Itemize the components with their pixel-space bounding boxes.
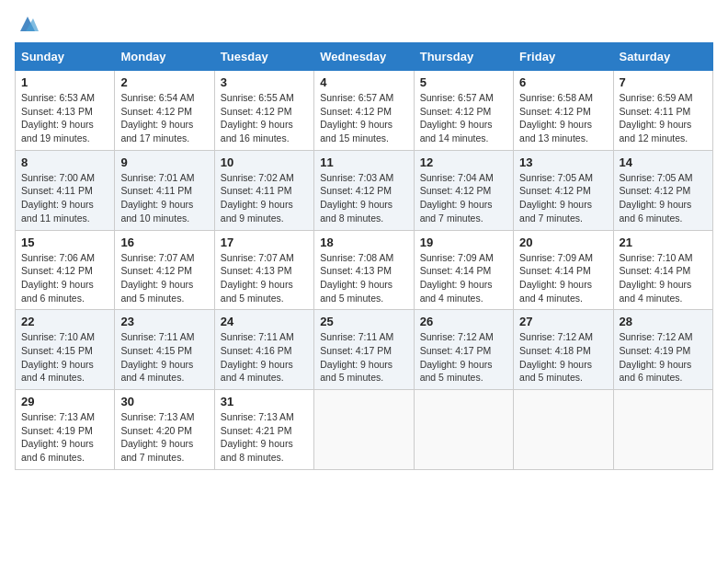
calendar-cell: 21 Sunrise: 7:10 AMSunset: 4:14 PMDaylig… (613, 230, 712, 310)
day-number: 28 (620, 315, 707, 328)
cell-content: Sunrise: 7:01 AMSunset: 4:11 PMDaylight:… (120, 172, 194, 224)
calendar-cell: 27 Sunrise: 7:12 AMSunset: 4:18 PMDaylig… (514, 310, 613, 390)
calendar-cell: 4 Sunrise: 6:57 AMSunset: 4:12 PMDayligh… (314, 71, 414, 151)
cell-content: Sunrise: 7:11 AMSunset: 4:15 PMDaylight:… (120, 331, 194, 383)
cell-content: Sunrise: 7:03 AMSunset: 4:12 PMDaylight:… (320, 172, 393, 224)
day-number: 19 (420, 236, 507, 249)
cell-content: Sunrise: 7:07 AMSunset: 4:13 PMDaylight:… (221, 252, 294, 304)
calendar-week-row: 15 Sunrise: 7:06 AMSunset: 4:12 PMDaylig… (16, 230, 713, 310)
logo (15, 15, 39, 33)
calendar-cell: 13 Sunrise: 7:05 AMSunset: 4:12 PMDaylig… (514, 150, 613, 230)
day-number: 7 (620, 75, 707, 89)
day-number: 26 (420, 315, 507, 328)
cell-content: Sunrise: 7:13 AMSunset: 4:21 PMDaylight:… (221, 411, 294, 463)
day-number: 18 (320, 236, 407, 249)
calendar-cell: 29 Sunrise: 7:13 AMSunset: 4:19 PMDaylig… (16, 390, 115, 470)
cell-content: Sunrise: 7:06 AMSunset: 4:12 PMDaylight:… (21, 252, 95, 304)
day-number: 15 (21, 236, 108, 249)
day-number: 3 (221, 75, 308, 89)
day-number: 29 (21, 395, 108, 408)
logo-icon (17, 15, 39, 33)
calendar-header-row: SundayMondayTuesdayWednesdayThursdayFrid… (16, 43, 713, 71)
day-number: 31 (221, 395, 308, 408)
cell-content: Sunrise: 6:57 AMSunset: 4:12 PMDaylight:… (320, 92, 393, 144)
cell-content: Sunrise: 7:08 AMSunset: 4:13 PMDaylight:… (320, 252, 393, 304)
day-number: 21 (620, 236, 707, 249)
calendar-cell: 28 Sunrise: 7:12 AMSunset: 4:19 PMDaylig… (613, 310, 712, 390)
calendar-cell: 20 Sunrise: 7:09 AMSunset: 4:14 PMDaylig… (514, 230, 613, 310)
header-monday: Monday (115, 43, 214, 71)
cell-content: Sunrise: 7:10 AMSunset: 4:15 PMDaylight:… (21, 331, 95, 383)
day-number: 14 (620, 155, 707, 169)
calendar-cell: 9 Sunrise: 7:01 AMSunset: 4:11 PMDayligh… (115, 150, 214, 230)
cell-content: Sunrise: 7:12 AMSunset: 4:18 PMDaylight:… (519, 331, 593, 383)
day-number: 20 (519, 236, 607, 249)
calendar-cell (514, 390, 613, 470)
day-number: 8 (21, 155, 108, 169)
day-number: 10 (221, 155, 308, 169)
calendar-cell: 8 Sunrise: 7:00 AMSunset: 4:11 PMDayligh… (16, 150, 115, 230)
day-number: 1 (21, 75, 108, 89)
header-sunday: Sunday (16, 43, 115, 71)
header-wednesday: Wednesday (314, 43, 414, 71)
cell-content: Sunrise: 7:12 AMSunset: 4:17 PMDaylight:… (420, 331, 494, 383)
calendar-cell: 25 Sunrise: 7:11 AMSunset: 4:17 PMDaylig… (314, 310, 414, 390)
cell-content: Sunrise: 7:11 AMSunset: 4:16 PMDaylight:… (221, 331, 294, 383)
calendar-cell: 1 Sunrise: 6:53 AMSunset: 4:13 PMDayligh… (16, 71, 115, 151)
cell-content: Sunrise: 7:12 AMSunset: 4:19 PMDaylight:… (620, 331, 693, 383)
calendar-table: SundayMondayTuesdayWednesdayThursdayFrid… (15, 42, 713, 470)
day-number: 17 (221, 236, 308, 249)
cell-content: Sunrise: 7:10 AMSunset: 4:14 PMDaylight:… (620, 252, 693, 304)
day-number: 4 (320, 75, 407, 89)
calendar-week-row: 1 Sunrise: 6:53 AMSunset: 4:13 PMDayligh… (16, 71, 713, 151)
calendar-week-row: 8 Sunrise: 7:00 AMSunset: 4:11 PMDayligh… (16, 150, 713, 230)
day-number: 30 (120, 395, 208, 408)
header-friday: Friday (514, 43, 613, 71)
cell-content: Sunrise: 6:53 AMSunset: 4:13 PMDaylight:… (21, 92, 95, 144)
calendar-cell: 15 Sunrise: 7:06 AMSunset: 4:12 PMDaylig… (16, 230, 115, 310)
cell-content: Sunrise: 7:09 AMSunset: 4:14 PMDaylight:… (519, 252, 593, 304)
cell-content: Sunrise: 7:05 AMSunset: 4:12 PMDaylight:… (519, 172, 593, 224)
day-number: 23 (120, 315, 208, 328)
calendar-cell: 23 Sunrise: 7:11 AMSunset: 4:15 PMDaylig… (115, 310, 214, 390)
cell-content: Sunrise: 7:11 AMSunset: 4:17 PMDaylight:… (320, 331, 393, 383)
calendar-cell (613, 390, 712, 470)
calendar-cell: 31 Sunrise: 7:13 AMSunset: 4:21 PMDaylig… (214, 390, 313, 470)
cell-content: Sunrise: 7:02 AMSunset: 4:11 PMDaylight:… (221, 172, 294, 224)
cell-content: Sunrise: 7:13 AMSunset: 4:20 PMDaylight:… (120, 411, 194, 463)
calendar-cell: 7 Sunrise: 6:59 AMSunset: 4:11 PMDayligh… (613, 71, 712, 151)
calendar-cell (414, 390, 513, 470)
cell-content: Sunrise: 6:54 AMSunset: 4:12 PMDaylight:… (120, 92, 194, 144)
calendar-cell: 17 Sunrise: 7:07 AMSunset: 4:13 PMDaylig… (214, 230, 313, 310)
day-number: 2 (120, 75, 208, 89)
cell-content: Sunrise: 7:07 AMSunset: 4:12 PMDaylight:… (120, 252, 194, 304)
cell-content: Sunrise: 7:04 AMSunset: 4:12 PMDaylight:… (420, 172, 494, 224)
day-number: 13 (519, 155, 607, 169)
day-number: 27 (519, 315, 607, 328)
day-number: 16 (120, 236, 208, 249)
day-number: 22 (21, 315, 108, 328)
calendar-cell: 6 Sunrise: 6:58 AMSunset: 4:12 PMDayligh… (514, 71, 613, 151)
calendar-week-row: 29 Sunrise: 7:13 AMSunset: 4:19 PMDaylig… (16, 390, 713, 470)
cell-content: Sunrise: 7:00 AMSunset: 4:11 PMDaylight:… (21, 172, 95, 224)
day-number: 25 (320, 315, 407, 328)
calendar-cell: 3 Sunrise: 6:55 AMSunset: 4:12 PMDayligh… (214, 71, 313, 151)
calendar-cell: 22 Sunrise: 7:10 AMSunset: 4:15 PMDaylig… (16, 310, 115, 390)
calendar-cell: 26 Sunrise: 7:12 AMSunset: 4:17 PMDaylig… (414, 310, 513, 390)
calendar-cell: 24 Sunrise: 7:11 AMSunset: 4:16 PMDaylig… (214, 310, 313, 390)
cell-content: Sunrise: 6:58 AMSunset: 4:12 PMDaylight:… (519, 92, 593, 144)
calendar-cell: 12 Sunrise: 7:04 AMSunset: 4:12 PMDaylig… (414, 150, 513, 230)
header-thursday: Thursday (414, 43, 513, 71)
day-number: 5 (420, 75, 507, 89)
calendar-cell: 14 Sunrise: 7:05 AMSunset: 4:12 PMDaylig… (613, 150, 712, 230)
cell-content: Sunrise: 7:13 AMSunset: 4:19 PMDaylight:… (21, 411, 95, 463)
cell-content: Sunrise: 7:05 AMSunset: 4:12 PMDaylight:… (620, 172, 693, 224)
day-number: 9 (120, 155, 208, 169)
calendar-cell: 18 Sunrise: 7:08 AMSunset: 4:13 PMDaylig… (314, 230, 414, 310)
calendar-cell (314, 390, 414, 470)
header-tuesday: Tuesday (214, 43, 313, 71)
header-saturday: Saturday (613, 43, 712, 71)
calendar-cell: 16 Sunrise: 7:07 AMSunset: 4:12 PMDaylig… (115, 230, 214, 310)
calendar-cell: 5 Sunrise: 6:57 AMSunset: 4:12 PMDayligh… (414, 71, 513, 151)
cell-content: Sunrise: 6:57 AMSunset: 4:12 PMDaylight:… (420, 92, 494, 144)
